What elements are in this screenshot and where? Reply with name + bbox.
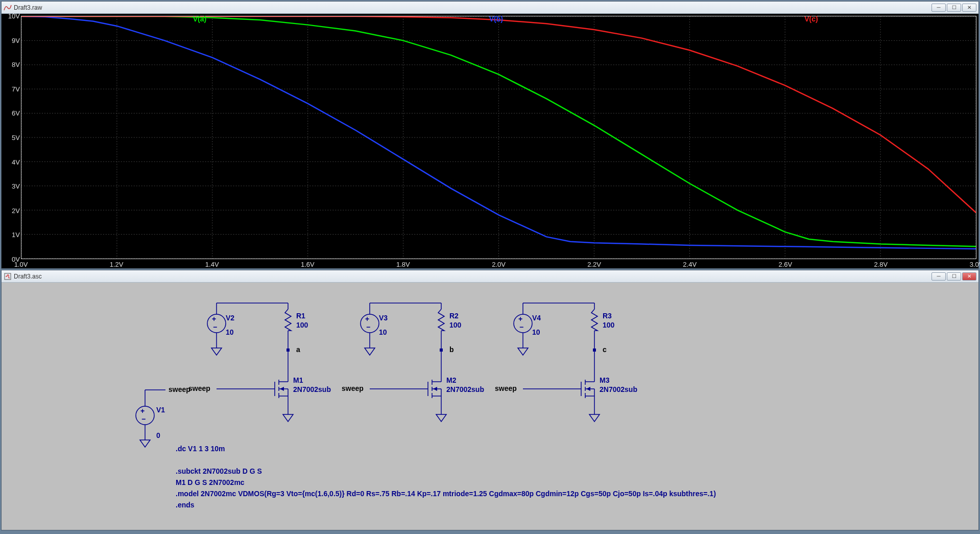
waveform-titlebar[interactable]: Draft3.raw ─ ☐ ✕ <box>2 2 978 14</box>
plot-canvas[interactable] <box>21 16 976 259</box>
svg-text:2N7002sub: 2N7002sub <box>600 385 637 393</box>
svg-text:R1: R1 <box>296 312 305 320</box>
y-tick-label: 2V <box>2 206 20 214</box>
svg-text:sweep: sweep <box>342 384 364 392</box>
svg-text:V4: V4 <box>532 314 541 322</box>
close-button[interactable]: ✕ <box>962 272 976 281</box>
x-tick-label: 1.8V <box>396 261 410 268</box>
close-button[interactable]: ✕ <box>962 4 976 12</box>
waveform-plot-area[interactable]: 0V1V2V3V4V5V6V7V8V9V10V1.0V1.2V1.4V1.6V1… <box>2 14 978 268</box>
svg-text:M2: M2 <box>446 376 457 384</box>
svg-marker-119 <box>586 387 590 391</box>
svg-text:−: − <box>366 323 370 331</box>
svg-marker-65 <box>365 348 375 355</box>
svg-marker-100 <box>518 348 528 355</box>
maximize-button[interactable]: ☐ <box>947 272 961 281</box>
svg-marker-57 <box>283 414 293 422</box>
trace-label[interactable]: V(b) <box>489 15 503 23</box>
waveform-app-icon <box>4 4 12 12</box>
svg-text:sweep: sweep <box>188 384 210 392</box>
y-tick-label: 8V <box>2 61 20 68</box>
svg-text:R3: R3 <box>603 312 612 320</box>
svg-text:100: 100 <box>603 321 615 329</box>
svg-text:10: 10 <box>379 328 387 336</box>
x-tick-label: 2.8V <box>874 261 888 268</box>
schematic-title: Draft3.asc <box>14 273 930 280</box>
svg-text:V3: V3 <box>379 314 388 322</box>
svg-text:+: + <box>140 407 145 415</box>
schematic-window: Draft3.asc ─ ☐ ✕ +−V210R1100aM12N7002sub… <box>1 270 979 530</box>
svg-marker-138 <box>140 440 150 447</box>
svg-text:10: 10 <box>226 328 234 336</box>
svg-text:M1: M1 <box>293 376 303 384</box>
svg-marker-92 <box>436 414 446 422</box>
svg-marker-84 <box>433 387 437 391</box>
x-tick-label: 2.0V <box>492 261 506 268</box>
svg-text:10: 10 <box>532 328 540 336</box>
svg-text:100: 100 <box>296 321 308 329</box>
schematic-app-icon <box>4 272 12 281</box>
maximize-button[interactable]: ☐ <box>947 4 961 12</box>
y-tick-label: 6V <box>2 109 20 117</box>
x-tick-label: 2.4V <box>683 261 697 268</box>
y-tick-label: 3V <box>2 182 20 190</box>
x-tick-label: 1.2V <box>110 261 124 268</box>
x-tick-label: 2.6V <box>778 261 792 268</box>
schematic-titlebar[interactable]: Draft3.asc ─ ☐ ✕ <box>2 270 978 283</box>
x-tick-label: 1.6V <box>301 261 315 268</box>
svg-text:100: 100 <box>449 321 462 329</box>
svg-text:M3: M3 <box>600 376 610 384</box>
minimize-button[interactable]: ─ <box>931 4 946 12</box>
y-tick-label: 7V <box>2 85 20 92</box>
y-tick-label: 4V <box>2 158 20 166</box>
svg-text:a: a <box>296 345 300 354</box>
x-tick-label: 2.2V <box>587 261 601 268</box>
x-tick-label: 3.0V <box>970 261 980 268</box>
svg-marker-30 <box>211 348 222 355</box>
trace-label[interactable]: V(a) <box>193 15 206 23</box>
svg-text:+: + <box>212 315 216 323</box>
svg-text:V2: V2 <box>226 314 234 322</box>
y-tick-label: 9V <box>2 36 20 44</box>
svg-text:b: b <box>449 345 454 354</box>
trace-label[interactable]: V(c) <box>804 15 818 23</box>
svg-text:−: − <box>141 415 146 423</box>
svg-text:V1: V1 <box>156 406 165 414</box>
svg-text:.dc V1 1 3 10m: .dc V1 1 3 10m <box>176 445 225 453</box>
schematic-canvas[interactable]: +−V210R1100aM12N7002subsweep+−V310R2100b… <box>2 283 978 530</box>
waveform-window: Draft3.raw ─ ☐ ✕ 0V1V2V3V4V5V6V7V8V9V10V… <box>1 1 979 269</box>
svg-text:−: − <box>519 323 523 331</box>
x-tick-label: 1.4V <box>205 261 219 268</box>
svg-text:sweep: sweep <box>169 385 190 393</box>
svg-text:0: 0 <box>156 431 160 439</box>
svg-text:.model 2N7002mc VDMOS(Rg=3 Vto: .model 2N7002mc VDMOS(Rg=3 Vto={mc(1.6,0… <box>176 490 716 498</box>
svg-text:M1 D G S 2N7002mc: M1 D G S 2N7002mc <box>176 478 245 486</box>
svg-text:2N7002sub: 2N7002sub <box>293 385 331 393</box>
y-tick-label: 1V <box>2 231 20 239</box>
svg-marker-127 <box>589 414 600 422</box>
svg-text:c: c <box>603 345 607 354</box>
svg-text:sweep: sweep <box>495 384 517 392</box>
svg-text:.subckt 2N7002sub D G S: .subckt 2N7002sub D G S <box>176 467 262 475</box>
svg-marker-49 <box>280 387 284 391</box>
x-tick-label: 1.0V <box>14 261 28 268</box>
svg-text:+: + <box>518 315 522 323</box>
plot-svg <box>21 16 976 259</box>
svg-text:.ends: .ends <box>176 501 195 509</box>
svg-text:−: − <box>213 323 217 331</box>
waveform-title: Draft3.raw <box>14 4 930 11</box>
svg-text:R2: R2 <box>449 312 459 320</box>
svg-rect-22 <box>5 273 11 280</box>
y-tick-label: 5V <box>2 134 20 142</box>
schematic-svg: +−V210R1100aM12N7002subsweep+−V310R2100b… <box>2 283 978 530</box>
svg-text:2N7002sub: 2N7002sub <box>446 385 484 393</box>
minimize-button[interactable]: ─ <box>931 272 946 281</box>
svg-text:+: + <box>365 315 369 323</box>
y-tick-label: 10V <box>2 12 20 20</box>
